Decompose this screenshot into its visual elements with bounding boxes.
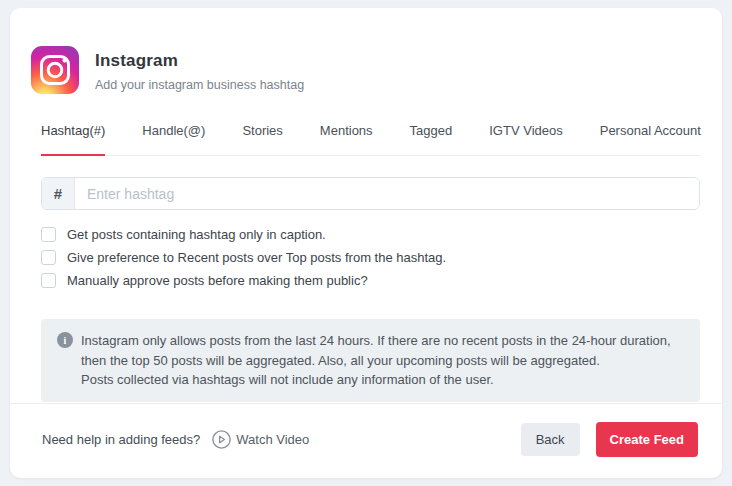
- feed-type-tabs: Hashtag(#) Handle(@) Stories Mentions Ta…: [41, 123, 700, 156]
- tab-hashtag[interactable]: Hashtag(#): [41, 123, 105, 156]
- option-caption-only[interactable]: Get posts containing hashtag only in cap…: [41, 223, 700, 246]
- watch-video-link[interactable]: Watch Video: [212, 430, 309, 449]
- header-text: Instagram Add your instagram business ha…: [95, 46, 304, 92]
- hashtag-input-group: #: [41, 177, 700, 210]
- watch-video-label: Watch Video: [236, 432, 309, 447]
- add-feed-dialog: Instagram Add your instagram business ha…: [10, 8, 722, 478]
- checkbox-label: Give preference to Recent posts over Top…: [67, 250, 446, 265]
- dialog-footer: Need help in adding feeds? Watch Video B…: [10, 403, 722, 478]
- page-title: Instagram: [95, 51, 304, 71]
- instagram-logo-icon: [31, 46, 79, 94]
- hashtag-input[interactable]: [75, 178, 699, 209]
- info-notice-line1: Instagram only allows posts from the las…: [81, 331, 680, 370]
- info-icon: i: [57, 332, 73, 348]
- tab-personal-account[interactable]: Personal Account: [600, 123, 701, 155]
- option-manual-approve[interactable]: Manually approve posts before making the…: [41, 269, 700, 292]
- info-notice-line2: Posts collected via hashtags will not in…: [81, 370, 680, 390]
- dialog-header: Instagram Add your instagram business ha…: [31, 46, 690, 94]
- tab-igtv-videos[interactable]: IGTV Videos: [489, 123, 562, 155]
- options-checkbox-group: Get posts containing hashtag only in cap…: [41, 223, 700, 292]
- checkbox-manual-approve[interactable]: [41, 273, 56, 288]
- back-button[interactable]: Back: [521, 423, 580, 456]
- checkbox-recent-over-top[interactable]: [41, 250, 56, 265]
- checkbox-label: Manually approve posts before making the…: [67, 273, 368, 288]
- help-text: Need help in adding feeds?: [42, 432, 200, 447]
- tab-tagged[interactable]: Tagged: [410, 123, 453, 155]
- tab-stories[interactable]: Stories: [242, 123, 282, 155]
- create-feed-button[interactable]: Create Feed: [596, 422, 698, 457]
- play-icon: [212, 430, 231, 449]
- info-notice: i Instagram only allows posts from the l…: [41, 319, 700, 402]
- tab-mentions[interactable]: Mentions: [320, 123, 373, 155]
- option-recent-over-top[interactable]: Give preference to Recent posts over Top…: [41, 246, 700, 269]
- checkbox-label: Get posts containing hashtag only in cap…: [67, 227, 326, 242]
- tab-handle[interactable]: Handle(@): [142, 123, 205, 155]
- footer-buttons: Back Create Feed: [521, 422, 698, 457]
- checkbox-caption-only[interactable]: [41, 227, 56, 242]
- page-subtitle: Add your instagram business hashtag: [95, 78, 304, 92]
- hash-prefix-icon: #: [42, 178, 75, 209]
